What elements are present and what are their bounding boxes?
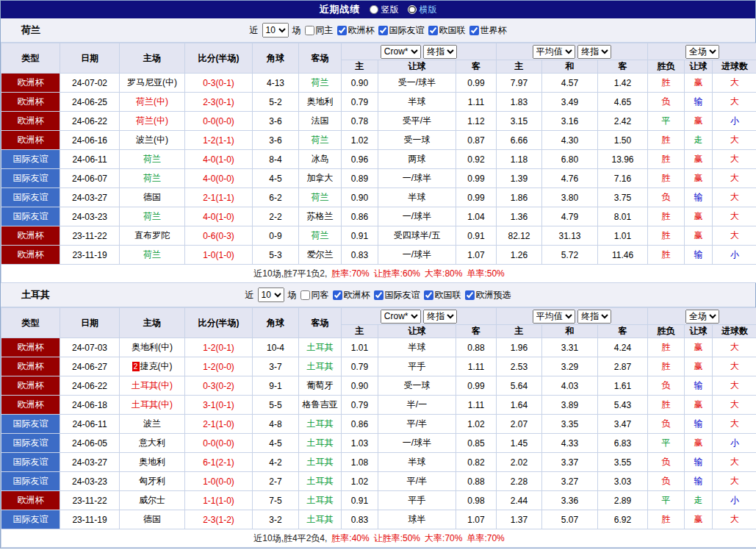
scope-header: 全场 [648,43,756,60]
view-option-horizontal[interactable]: 横版 [408,4,437,16]
home-team-name[interactable]: 波兰 [143,418,161,429]
away-team-name[interactable]: 土耳其 [307,457,334,467]
header-row-1: 类型日期主场比分(半场)角球客场Crow* 终指平均值 终指全场 [1,43,756,60]
avg-away-odds: 1.01 [598,226,648,246]
home-team-name[interactable]: 土耳其(中) [132,399,173,410]
competition-0-checkbox[interactable] [333,290,342,300]
match-row: 欧洲杯24-06-18土耳其(中)3-1(0-1)5-5格鲁吉亚0.79半/一1… [1,396,756,415]
competition-2-option[interactable]: 欧国联 [428,24,466,37]
book-odds-time-select[interactable]: 终指 [423,45,457,59]
home-team-name[interactable]: 威尔士 [139,495,165,505]
away-team-name[interactable]: 加拿大 [307,173,334,183]
competition-1-checkbox[interactable] [378,26,388,35]
vertical-view-radio[interactable] [370,5,378,14]
bookmaker-select[interactable]: Crow* [381,45,421,59]
avg-odds-header: 平均值 终指 [497,308,648,325]
recent-count-select[interactable]: 10 [258,288,284,302]
summary-stat: 胜率:70% [331,268,369,279]
same-venue-option[interactable]: 同主 [305,24,334,37]
away-team-name[interactable]: 冰岛 [312,154,329,164]
home-team-name[interactable]: 奥地利(中) [132,342,173,352]
avg-odds-time-select[interactable]: 终指 [577,310,611,324]
competition-0-option[interactable]: 欧洲杯 [337,24,375,37]
same-venue-option[interactable]: 同客 [300,289,329,301]
avg-odds-time-select[interactable]: 终指 [577,45,611,59]
avg-draw-odds: 3.27 [542,472,598,491]
competition-1-option[interactable]: 国际友谊 [378,24,425,37]
home-team-name[interactable]: 德国 [143,192,161,202]
away-team-name[interactable]: 葡萄牙 [307,380,334,390]
avg-away-odds: 2.89 [598,491,648,510]
competition-0-option[interactable]: 欧洲杯 [333,289,370,301]
home-team-cell: 罗马尼亚(中) [120,74,185,93]
home-team-name[interactable]: 荷兰 [143,249,161,260]
home-team-name[interactable]: 德国 [143,514,161,524]
home-team-name[interactable]: 匈牙利 [139,476,165,486]
away-team-name[interactable]: 爱尔兰 [307,249,334,260]
avg-away-odds: 2.87 [598,357,648,376]
away-team-name[interactable]: 苏格兰 [307,211,334,221]
away-team-name[interactable]: 荷兰 [312,230,329,240]
horizontal-view-radio[interactable] [408,5,417,14]
view-option-vertical[interactable]: 竖版 [370,4,399,16]
away-team-name[interactable]: 法国 [312,115,329,126]
competition-1-option[interactable]: 国际友谊 [374,289,420,301]
away-team-name[interactable]: 土耳其 [307,361,334,371]
score: 1-0(1-0) [185,246,253,265]
competition-3-option[interactable]: 世界杯 [469,24,507,37]
home-team-name[interactable]: 荷兰(中) [136,96,168,107]
away-team-name[interactable]: 土耳其 [307,418,334,429]
away-team-name[interactable]: 土耳其 [307,438,334,448]
score: 1-0(0-0) [185,472,253,491]
avg-draw-odds: 4.33 [542,434,598,453]
home-team-name[interactable]: 荷兰 [143,154,161,164]
recent-count-select[interactable]: 10 [262,23,289,38]
home-team-name[interactable]: 直布罗陀 [134,230,170,240]
away-team-name[interactable]: 荷兰 [312,77,329,88]
competition-1-checkbox[interactable] [374,290,384,300]
home-team-name[interactable]: 土耳其(中) [132,380,173,390]
bookmaker-select[interactable]: Crow* [381,310,421,324]
book-odds-time-select[interactable]: 终指 [423,310,457,324]
book-handicap: 两球 [378,150,456,169]
competition-2-option[interactable]: 欧国联 [424,289,461,301]
home-team-name[interactable]: 波兰(中) [136,135,168,145]
home-team-name[interactable]: 荷兰 [143,173,161,183]
score: 2-1(1-0) [185,415,253,434]
away-team-name[interactable]: 土耳其 [307,342,334,352]
away-team-name[interactable]: 土耳其 [307,476,334,486]
home-team-name[interactable]: 奥地利 [139,457,165,467]
away-team-name[interactable]: 格鲁吉亚 [303,399,338,410]
avg-odds-select[interactable]: 平均值 [533,45,575,59]
home-team-name[interactable]: 荷兰 [143,211,161,221]
same-venue-checkbox[interactable] [305,26,314,35]
competition-2-checkbox[interactable] [428,26,438,35]
avg-odds-select[interactable]: 平均值 [533,310,575,324]
away-team-name[interactable]: 土耳其 [307,514,334,524]
home-team-name[interactable]: 罗马尼亚(中) [127,77,177,88]
away-team-name[interactable]: 土耳其 [307,495,334,505]
away-team-name[interactable]: 荷兰 [312,192,329,202]
competition-0-checkbox[interactable] [337,26,347,35]
away-team-cell: 荷兰 [299,226,342,246]
home-team-name[interactable]: 捷克(中) [140,361,173,371]
away-team-name[interactable]: 荷兰 [312,135,329,145]
home-team-name[interactable]: 荷兰(中) [136,115,168,126]
corners: 4-5 [253,169,299,188]
competition-3-checkbox[interactable] [469,26,479,35]
avg-draw-odds: 5.07 [542,510,598,529]
same-venue-checkbox[interactable] [300,290,310,300]
match-type-badge: 欧洲杯 [1,338,60,357]
competition-2-checkbox[interactable] [424,290,433,300]
match-row: 欧洲杯23-11-22威尔士1-1(1-0)7-5土耳其0.91平手0.982.… [1,491,756,510]
away-team-name[interactable]: 奥地利 [307,96,334,107]
games-label: 场 [288,289,297,301]
scope-select[interactable]: 全场 [685,310,719,324]
competition-3-option[interactable]: 欧洲预选 [465,289,511,301]
home-team-name[interactable]: 意大利 [139,438,165,448]
scope-select[interactable]: 全场 [685,45,719,59]
competition-3-checkbox[interactable] [465,290,475,300]
book-away-odds: 1.02 [456,415,497,434]
avg-away-odds: 1.50 [598,131,648,150]
avg-away-odds: 5.43 [598,396,648,415]
